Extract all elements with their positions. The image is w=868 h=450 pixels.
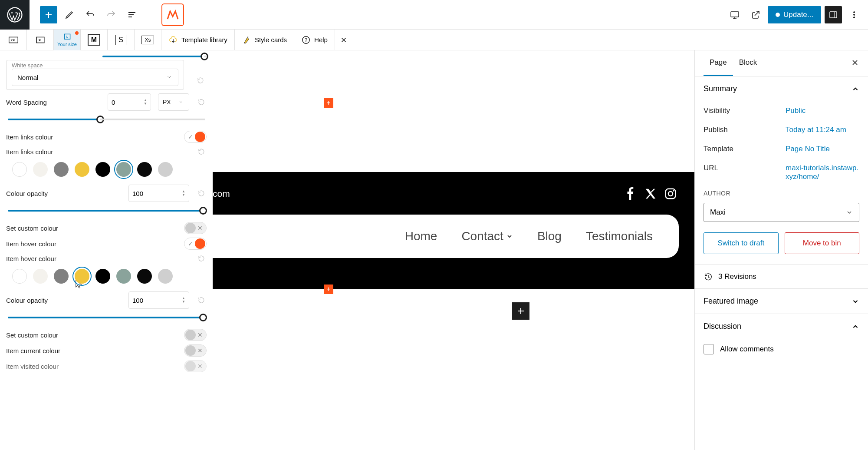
header-block[interactable]: com Home Contact Blog Testimonials + [213,172,694,289]
colour-swatch[interactable] [116,269,131,284]
word-spacing-unit-select[interactable]: PX [158,93,189,111]
facebook-icon[interactable] [624,187,637,200]
summary-header[interactable]: Summary [695,76,868,101]
opacity-value-2[interactable] [132,297,158,304]
x-twitter-icon[interactable] [644,187,657,200]
opacity-slider-2[interactable] [8,317,205,318]
add-block-bottom-button[interactable] [512,302,529,320]
redo-button[interactable] [102,6,120,23]
tab-block[interactable]: Block [733,50,763,76]
opacity-input-2[interactable]: ▲▼ [128,291,189,309]
revisions-row[interactable]: 3 Revisions [695,265,868,288]
chevron-down-icon [506,233,513,240]
colour-swatch[interactable] [33,269,48,284]
more-options-button[interactable] [845,6,863,23]
featured-image-header[interactable]: Featured image [695,288,868,314]
reset-opacity-2-button[interactable] [196,295,207,305]
switch-draft-button[interactable]: Switch to draft [704,232,779,254]
desktop-preview-button[interactable] [726,6,743,23]
colour-swatch[interactable] [54,269,69,284]
item-links-colour-toggle[interactable]: ✓ [184,131,207,143]
template-value[interactable]: Page No Title [786,145,859,153]
nav-contact[interactable]: Contact [461,229,513,243]
colour-opacity-label: Colour opacity [6,190,122,197]
colour-swatch[interactable] [137,162,152,177]
add-block-mid-button[interactable]: + [324,285,333,294]
word-spacing-input[interactable]: ▲▼ [108,93,151,111]
undo-button[interactable] [82,6,99,23]
stepper-down-icon[interactable]: ▼ [144,102,147,106]
custom-colour-toggle[interactable]: ✕ [184,222,207,234]
size-s-button[interactable]: S [108,30,135,50]
reset-opacity-button[interactable] [196,188,207,199]
slider-knob[interactable] [96,116,104,123]
stepper-down-icon[interactable]: ▼ [182,193,185,197]
close-bar-button[interactable] [335,30,352,50]
style-icon [242,35,251,45]
item-current-colour-toggle[interactable]: ✕ [184,344,207,357]
size-xxl-button[interactable]: XXL [0,30,27,50]
chevron-down-icon [178,98,184,106]
nav-blog[interactable]: Blog [537,229,562,243]
size-your-button[interactable]: L Your size [54,30,81,50]
slider-knob[interactable] [199,314,207,321]
publish-value[interactable]: Today at 11:24 am [786,126,859,134]
add-block-button[interactable] [40,6,57,23]
canvas[interactable]: + com Home Contact Blog Testimonials [213,50,694,450]
item-links-colour-label: Item links colour [6,133,180,141]
template-library-button[interactable]: Template library [161,30,235,50]
colour-swatch[interactable] [75,162,89,177]
size-xs-button[interactable]: Xs [135,30,161,50]
custom-colour-toggle-2[interactable]: ✕ [184,329,207,341]
size-xl-button[interactable]: XL [27,30,54,50]
instagram-icon[interactable] [664,187,677,200]
tab-page[interactable]: Page [704,50,733,76]
reset-word-spacing-button[interactable] [196,97,207,107]
white-space-select[interactable]: Normal [12,69,178,86]
reset-whitespace-button[interactable] [195,75,206,86]
word-spacing-slider[interactable] [8,119,205,120]
help-button[interactable]: ? Help [294,30,335,50]
nav-home[interactable]: Home [405,229,437,243]
author-select[interactable]: Maxi [704,203,859,222]
discussion-header[interactable]: Discussion [695,314,868,339]
colour-swatch[interactable] [116,162,131,177]
list-view-button[interactable] [123,6,141,23]
opacity-input[interactable]: ▲▼ [128,185,189,202]
maxi-badge[interactable] [161,3,184,26]
colour-swatch[interactable] [158,269,173,284]
update-button[interactable]: Update... [768,6,821,23]
reset-hover-colour-button[interactable] [196,253,207,264]
colour-swatch[interactable] [137,269,152,284]
visibility-value[interactable]: Public [786,106,859,115]
move-bin-button[interactable]: Move to bin [785,232,860,254]
colour-swatch[interactable] [158,162,173,177]
word-spacing-value[interactable] [112,99,138,106]
allow-comments-checkbox[interactable] [704,344,714,354]
colour-swatch[interactable] [12,269,27,284]
style-cards-button[interactable]: Style cards [235,30,294,50]
edit-button[interactable] [61,6,78,23]
item-hover-colour-toggle[interactable]: ✓ [184,238,207,250]
close-settings-button[interactable] [851,58,859,69]
stepper-down-icon[interactable]: ▼ [182,300,185,304]
reset-links-colour-button[interactable] [196,146,207,157]
colour-swatch[interactable] [33,162,48,177]
opacity-slider[interactable] [8,210,205,212]
sidebar-toggle-button[interactable] [825,6,842,23]
wordpress-logo[interactable] [0,0,30,30]
item-visited-colour-toggle[interactable]: ✕ [184,360,207,372]
colour-swatch[interactable] [95,162,110,177]
colour-swatch[interactable] [12,162,27,177]
nav-testimonials[interactable]: Testimonials [586,229,653,243]
url-value[interactable]: maxi-tutorials.instawp.xyz/home/ [786,164,859,181]
slider-knob[interactable] [201,53,208,60]
colour-swatch[interactable] [54,162,69,177]
add-block-top-button[interactable]: + [324,98,333,108]
colour-swatch[interactable] [95,269,110,284]
opacity-value[interactable] [132,190,158,197]
size-m-button[interactable]: M [81,30,108,50]
external-preview-button[interactable] [747,6,764,23]
slider-knob[interactable] [199,207,207,215]
colour-swatch[interactable] [75,269,89,284]
